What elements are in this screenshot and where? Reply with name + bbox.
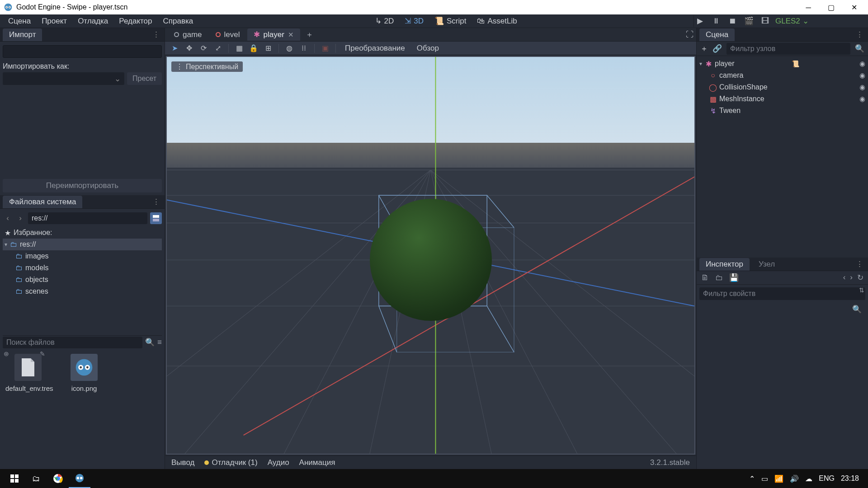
- folder-objects[interactable]: 🗀objects: [3, 274, 162, 286]
- cloud-icon[interactable]: ☁: [805, 474, 812, 483]
- panel-menu-icon[interactable]: ⋮: [152, 30, 160, 39]
- scene-panel-tab[interactable]: Сцена: [699, 28, 735, 41]
- output-tab[interactable]: Вывод: [171, 458, 194, 467]
- move-tool-icon[interactable]: ✥: [183, 42, 195, 54]
- local-coords-icon[interactable]: ▦: [233, 42, 245, 54]
- menu-debug[interactable]: Отладка: [72, 15, 113, 28]
- stop-icon[interactable]: ⏹: [726, 15, 738, 27]
- filesystem-search-input[interactable]: Поиск файлов: [3, 337, 142, 348]
- node-camera[interactable]: ○camera◉: [697, 70, 868, 81]
- menu-editor[interactable]: Редактор: [113, 15, 157, 28]
- panel-menu-icon[interactable]: ⋮: [152, 197, 160, 206]
- panel-menu-icon[interactable]: ⋮: [856, 30, 863, 39]
- node-tween[interactable]: ↯Tween: [697, 105, 868, 117]
- inspector-tab[interactable]: Инспектор: [699, 258, 750, 271]
- 3d-viewport[interactable]: ⋮Перспективный: [166, 56, 695, 455]
- inspector-filter-input[interactable]: Фильтр свойств: [699, 287, 865, 300]
- list-mode-icon[interactable]: ≡: [157, 338, 162, 347]
- node-player[interactable]: ▾✱player📜◉: [697, 58, 868, 70]
- file-icon-png[interactable]: icon.png: [61, 354, 107, 392]
- filesystem-view-toggle[interactable]: [150, 212, 162, 224]
- view-menu[interactable]: Обзор: [412, 44, 443, 53]
- add-scene-tab-icon[interactable]: ＋: [301, 29, 318, 40]
- scene-filter-input[interactable]: Фильтр узлов: [726, 43, 850, 55]
- scene-tab-game[interactable]: game: [168, 29, 208, 41]
- menu-scene[interactable]: Сцена: [3, 15, 36, 28]
- play-scene-icon[interactable]: 🎬: [743, 15, 755, 27]
- tray-chevron-icon[interactable]: ⌃: [749, 474, 755, 483]
- search-icon[interactable]: 🔍: [855, 44, 864, 53]
- scene-tab-player[interactable]: ✱player✕: [247, 28, 300, 41]
- scene-tab-level[interactable]: level: [209, 29, 246, 41]
- import-resource-field[interactable]: [3, 45, 162, 58]
- open-script-icon[interactable]: 📜: [792, 60, 799, 67]
- visibility-icon[interactable]: ◉: [859, 95, 865, 103]
- close-icon[interactable]: ✕: [844, 3, 864, 12]
- workspace-assetlib[interactable]: 🛍AssetLib: [472, 15, 521, 27]
- renderer-selector[interactable]: GLES2 ⌄: [775, 16, 809, 26]
- transform-menu[interactable]: Преобразование: [340, 44, 410, 53]
- history-icon[interactable]: ↻: [857, 273, 863, 282]
- chrome-icon[interactable]: [47, 469, 69, 488]
- save-resource-icon[interactable]: 💾: [729, 273, 739, 282]
- filesystem-path[interactable]: res://: [28, 212, 147, 224]
- godot-taskbar-icon[interactable]: [69, 469, 90, 488]
- scale-tool-icon[interactable]: ⤢: [212, 42, 224, 54]
- wifi-icon[interactable]: 📶: [774, 474, 783, 483]
- override-camera-icon[interactable]: ▣: [319, 42, 331, 54]
- workspace-2d[interactable]: ↳2D: [371, 15, 399, 27]
- file-explorer-icon[interactable]: 🗂: [25, 469, 47, 488]
- instance-scene-icon[interactable]: 🔗: [712, 44, 722, 53]
- folder-scenes[interactable]: 🗀scenes: [3, 286, 162, 297]
- volume-icon[interactable]: 🔊: [790, 474, 799, 483]
- play-icon[interactable]: ▶: [694, 15, 706, 27]
- history-forward-icon[interactable]: ›: [850, 273, 853, 282]
- perspective-badge[interactable]: ⋮Перспективный: [171, 61, 243, 72]
- history-back-icon[interactable]: ‹: [843, 273, 846, 282]
- menu-help[interactable]: Справка: [158, 15, 199, 28]
- audio-tab[interactable]: Аудио: [268, 458, 289, 467]
- object-properties-toggle-icon[interactable]: ⇅: [859, 286, 864, 294]
- filesystem-tab[interactable]: Файловая система: [3, 196, 82, 208]
- file-default-env[interactable]: ⊛✎ default_env.tres: [5, 354, 51, 392]
- debugger-tab[interactable]: Отладчик (1): [204, 458, 257, 467]
- new-resource-icon[interactable]: 🗎: [701, 273, 709, 282]
- preset-button[interactable]: Пресет: [127, 72, 162, 85]
- distraction-free-icon[interactable]: ⛶: [686, 30, 693, 39]
- add-node-icon[interactable]: ＋: [700, 43, 708, 54]
- rotate-tool-icon[interactable]: ⟳: [198, 42, 209, 54]
- folder-models[interactable]: 🗀models: [3, 262, 162, 274]
- workspace-script[interactable]: 📜Script: [430, 15, 471, 27]
- search-icon[interactable]: 🔍: [852, 305, 862, 314]
- favorites-row[interactable]: ★Избранное:: [3, 227, 162, 239]
- snap-settings-icon[interactable]: ⁞⁞: [298, 42, 310, 54]
- load-resource-icon[interactable]: 🗀: [715, 273, 723, 282]
- import-type-dropdown[interactable]: ⌄: [3, 72, 124, 85]
- nav-back-icon[interactable]: ‹: [3, 214, 13, 223]
- visibility-icon[interactable]: ◉: [859, 60, 865, 68]
- nav-forward-icon[interactable]: ›: [15, 214, 25, 223]
- maximize-icon[interactable]: ▢: [821, 3, 842, 12]
- visibility-icon[interactable]: ◉: [859, 71, 865, 80]
- visibility-icon[interactable]: ◉: [859, 83, 865, 91]
- play-custom-scene-icon[interactable]: 🎞: [759, 15, 771, 27]
- clock[interactable]: 23:18: [841, 474, 859, 483]
- res-root-row[interactable]: ▾🗀res://: [3, 239, 162, 250]
- minimize-icon[interactable]: ─: [798, 4, 819, 12]
- pause-icon[interactable]: ⏸: [710, 15, 722, 27]
- node-meshinstance[interactable]: ▩MeshInstance◉: [697, 93, 868, 105]
- panel-menu-icon[interactable]: ⋮: [856, 259, 863, 269]
- select-tool-icon[interactable]: ➤: [169, 42, 180, 54]
- language-indicator[interactable]: ENG: [819, 474, 835, 483]
- animation-tab[interactable]: Анимация: [299, 458, 335, 467]
- node-tab[interactable]: Узел: [752, 258, 781, 271]
- workspace-3d[interactable]: ⇲3D: [400, 15, 428, 27]
- menu-project[interactable]: Проект: [36, 15, 72, 28]
- close-tab-icon[interactable]: ✕: [288, 31, 294, 39]
- snap-icon[interactable]: ◍: [283, 42, 295, 54]
- folder-images[interactable]: 🗀images: [3, 250, 162, 262]
- lock-icon[interactable]: 🔒: [248, 42, 259, 54]
- node-collisionshape[interactable]: ◯CollisionShape◉: [697, 81, 868, 93]
- group-icon[interactable]: ⊞: [262, 42, 274, 54]
- battery-icon[interactable]: ▭: [761, 474, 768, 483]
